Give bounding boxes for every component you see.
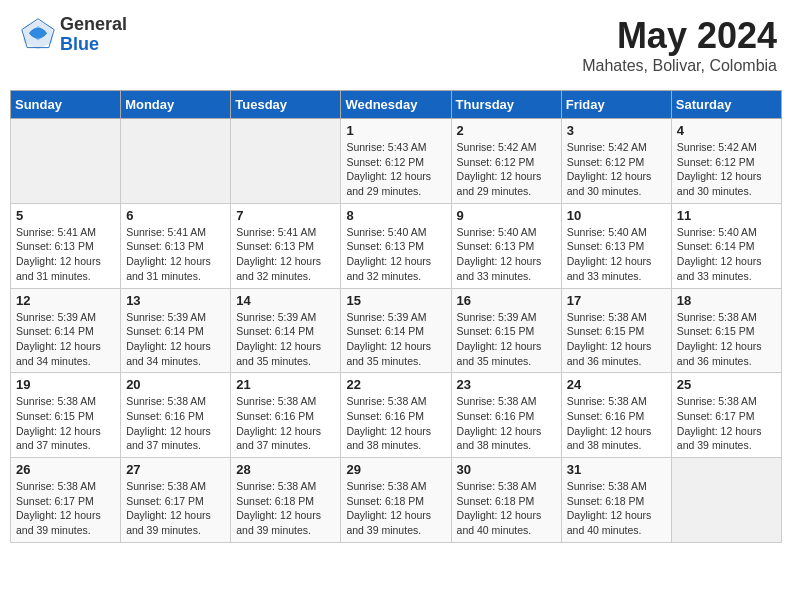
day-info: Sunrise: 5:38 AMSunset: 6:15 PMDaylight:… xyxy=(677,310,776,369)
calendar-day-25: 25Sunrise: 5:38 AMSunset: 6:17 PMDayligh… xyxy=(671,373,781,458)
logo: General Blue xyxy=(20,15,127,55)
day-info: Sunrise: 5:42 AMSunset: 6:12 PMDaylight:… xyxy=(677,140,776,199)
day-number: 22 xyxy=(346,377,445,392)
day-number: 5 xyxy=(16,208,115,223)
day-info: Sunrise: 5:38 AMSunset: 6:18 PMDaylight:… xyxy=(346,479,445,538)
calendar-header: SundayMondayTuesdayWednesdayThursdayFrid… xyxy=(11,91,782,119)
calendar-day-4: 4Sunrise: 5:42 AMSunset: 6:12 PMDaylight… xyxy=(671,119,781,204)
day-number: 30 xyxy=(457,462,556,477)
calendar-day-8: 8Sunrise: 5:40 AMSunset: 6:13 PMDaylight… xyxy=(341,203,451,288)
calendar-body: 1Sunrise: 5:43 AMSunset: 6:12 PMDaylight… xyxy=(11,119,782,543)
day-number: 9 xyxy=(457,208,556,223)
location-subtitle: Mahates, Bolivar, Colombia xyxy=(582,57,777,75)
calendar-day-23: 23Sunrise: 5:38 AMSunset: 6:16 PMDayligh… xyxy=(451,373,561,458)
calendar-day-18: 18Sunrise: 5:38 AMSunset: 6:15 PMDayligh… xyxy=(671,288,781,373)
calendar-day-24: 24Sunrise: 5:38 AMSunset: 6:16 PMDayligh… xyxy=(561,373,671,458)
day-info: Sunrise: 5:38 AMSunset: 6:18 PMDaylight:… xyxy=(457,479,556,538)
day-number: 26 xyxy=(16,462,115,477)
calendar-week-4: 19Sunrise: 5:38 AMSunset: 6:15 PMDayligh… xyxy=(11,373,782,458)
day-number: 21 xyxy=(236,377,335,392)
day-info: Sunrise: 5:39 AMSunset: 6:14 PMDaylight:… xyxy=(126,310,225,369)
day-number: 27 xyxy=(126,462,225,477)
calendar-day-7: 7Sunrise: 5:41 AMSunset: 6:13 PMDaylight… xyxy=(231,203,341,288)
day-number: 6 xyxy=(126,208,225,223)
day-header-friday: Friday xyxy=(561,91,671,119)
day-number: 18 xyxy=(677,293,776,308)
day-header-tuesday: Tuesday xyxy=(231,91,341,119)
day-info: Sunrise: 5:40 AMSunset: 6:13 PMDaylight:… xyxy=(567,225,666,284)
day-info: Sunrise: 5:42 AMSunset: 6:12 PMDaylight:… xyxy=(457,140,556,199)
calendar-week-3: 12Sunrise: 5:39 AMSunset: 6:14 PMDayligh… xyxy=(11,288,782,373)
day-info: Sunrise: 5:43 AMSunset: 6:12 PMDaylight:… xyxy=(346,140,445,199)
calendar-day-9: 9Sunrise: 5:40 AMSunset: 6:13 PMDaylight… xyxy=(451,203,561,288)
calendar-day-15: 15Sunrise: 5:39 AMSunset: 6:14 PMDayligh… xyxy=(341,288,451,373)
calendar-day-5: 5Sunrise: 5:41 AMSunset: 6:13 PMDaylight… xyxy=(11,203,121,288)
day-info: Sunrise: 5:38 AMSunset: 6:16 PMDaylight:… xyxy=(126,394,225,453)
day-number: 2 xyxy=(457,123,556,138)
day-number: 12 xyxy=(16,293,115,308)
day-info: Sunrise: 5:41 AMSunset: 6:13 PMDaylight:… xyxy=(16,225,115,284)
day-info: Sunrise: 5:40 AMSunset: 6:13 PMDaylight:… xyxy=(346,225,445,284)
day-number: 10 xyxy=(567,208,666,223)
day-number: 16 xyxy=(457,293,556,308)
day-info: Sunrise: 5:39 AMSunset: 6:15 PMDaylight:… xyxy=(457,310,556,369)
calendar-day-10: 10Sunrise: 5:40 AMSunset: 6:13 PMDayligh… xyxy=(561,203,671,288)
calendar-day-30: 30Sunrise: 5:38 AMSunset: 6:18 PMDayligh… xyxy=(451,458,561,543)
day-number: 3 xyxy=(567,123,666,138)
day-number: 20 xyxy=(126,377,225,392)
day-header-thursday: Thursday xyxy=(451,91,561,119)
calendar-day-31: 31Sunrise: 5:38 AMSunset: 6:18 PMDayligh… xyxy=(561,458,671,543)
day-header-wednesday: Wednesday xyxy=(341,91,451,119)
calendar-day-1: 1Sunrise: 5:43 AMSunset: 6:12 PMDaylight… xyxy=(341,119,451,204)
day-number: 19 xyxy=(16,377,115,392)
calendar-day-3: 3Sunrise: 5:42 AMSunset: 6:12 PMDaylight… xyxy=(561,119,671,204)
calendar-table: SundayMondayTuesdayWednesdayThursdayFrid… xyxy=(10,90,782,543)
calendar-week-1: 1Sunrise: 5:43 AMSunset: 6:12 PMDaylight… xyxy=(11,119,782,204)
day-header-monday: Monday xyxy=(121,91,231,119)
calendar-week-5: 26Sunrise: 5:38 AMSunset: 6:17 PMDayligh… xyxy=(11,458,782,543)
day-info: Sunrise: 5:38 AMSunset: 6:15 PMDaylight:… xyxy=(16,394,115,453)
day-number: 13 xyxy=(126,293,225,308)
day-info: Sunrise: 5:40 AMSunset: 6:13 PMDaylight:… xyxy=(457,225,556,284)
calendar-day-26: 26Sunrise: 5:38 AMSunset: 6:17 PMDayligh… xyxy=(11,458,121,543)
day-number: 17 xyxy=(567,293,666,308)
calendar-day-16: 16Sunrise: 5:39 AMSunset: 6:15 PMDayligh… xyxy=(451,288,561,373)
day-info: Sunrise: 5:39 AMSunset: 6:14 PMDaylight:… xyxy=(346,310,445,369)
day-header-saturday: Saturday xyxy=(671,91,781,119)
day-number: 29 xyxy=(346,462,445,477)
day-number: 24 xyxy=(567,377,666,392)
calendar-day-11: 11Sunrise: 5:40 AMSunset: 6:14 PMDayligh… xyxy=(671,203,781,288)
day-number: 25 xyxy=(677,377,776,392)
calendar-day-17: 17Sunrise: 5:38 AMSunset: 6:15 PMDayligh… xyxy=(561,288,671,373)
empty-cell xyxy=(121,119,231,204)
calendar-day-21: 21Sunrise: 5:38 AMSunset: 6:16 PMDayligh… xyxy=(231,373,341,458)
day-info: Sunrise: 5:38 AMSunset: 6:17 PMDaylight:… xyxy=(126,479,225,538)
day-number: 4 xyxy=(677,123,776,138)
empty-cell xyxy=(231,119,341,204)
empty-cell xyxy=(11,119,121,204)
day-info: Sunrise: 5:38 AMSunset: 6:17 PMDaylight:… xyxy=(677,394,776,453)
day-info: Sunrise: 5:38 AMSunset: 6:18 PMDaylight:… xyxy=(567,479,666,538)
calendar-day-2: 2Sunrise: 5:42 AMSunset: 6:12 PMDaylight… xyxy=(451,119,561,204)
calendar-day-6: 6Sunrise: 5:41 AMSunset: 6:13 PMDaylight… xyxy=(121,203,231,288)
day-info: Sunrise: 5:40 AMSunset: 6:14 PMDaylight:… xyxy=(677,225,776,284)
empty-cell xyxy=(671,458,781,543)
day-number: 31 xyxy=(567,462,666,477)
day-header-sunday: Sunday xyxy=(11,91,121,119)
day-number: 11 xyxy=(677,208,776,223)
day-info: Sunrise: 5:39 AMSunset: 6:14 PMDaylight:… xyxy=(16,310,115,369)
day-number: 14 xyxy=(236,293,335,308)
calendar-day-28: 28Sunrise: 5:38 AMSunset: 6:18 PMDayligh… xyxy=(231,458,341,543)
day-info: Sunrise: 5:38 AMSunset: 6:18 PMDaylight:… xyxy=(236,479,335,538)
day-info: Sunrise: 5:38 AMSunset: 6:16 PMDaylight:… xyxy=(236,394,335,453)
calendar-day-20: 20Sunrise: 5:38 AMSunset: 6:16 PMDayligh… xyxy=(121,373,231,458)
day-info: Sunrise: 5:38 AMSunset: 6:17 PMDaylight:… xyxy=(16,479,115,538)
calendar-week-2: 5Sunrise: 5:41 AMSunset: 6:13 PMDaylight… xyxy=(11,203,782,288)
logo-icon xyxy=(20,17,56,53)
day-info: Sunrise: 5:41 AMSunset: 6:13 PMDaylight:… xyxy=(126,225,225,284)
day-info: Sunrise: 5:38 AMSunset: 6:15 PMDaylight:… xyxy=(567,310,666,369)
title-block: May 2024 Mahates, Bolivar, Colombia xyxy=(582,15,777,75)
calendar-day-27: 27Sunrise: 5:38 AMSunset: 6:17 PMDayligh… xyxy=(121,458,231,543)
day-info: Sunrise: 5:38 AMSunset: 6:16 PMDaylight:… xyxy=(567,394,666,453)
month-year-title: May 2024 xyxy=(582,15,777,57)
